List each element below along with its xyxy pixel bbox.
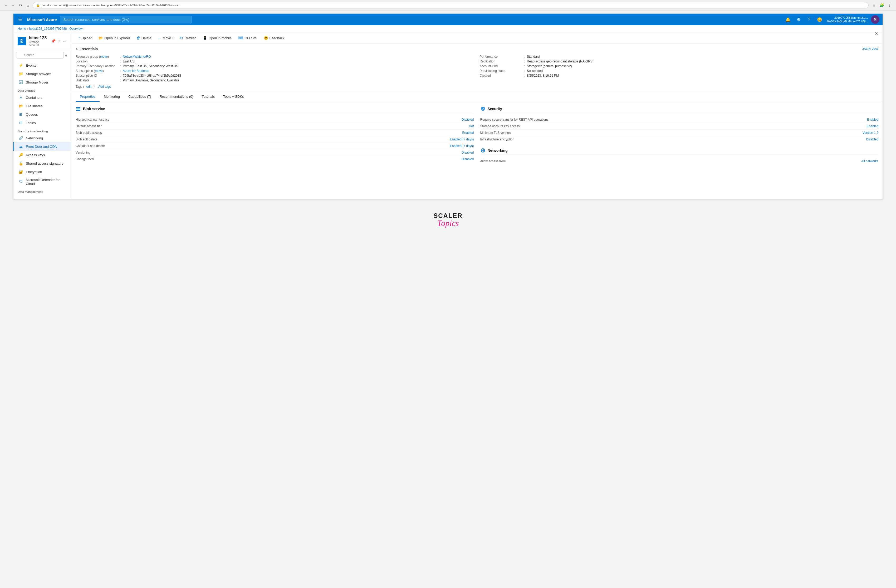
sidebar-search-wrap: 🔍 — [17, 52, 64, 58]
allow-access-key: Allow access from — [480, 159, 861, 163]
disk-label: Disk state — [76, 79, 118, 82]
essentials-row-rg: Resource group (move) : NetworkWatcherRG — [76, 54, 474, 59]
created-value: 8/25/2023, 8:16:51 PM — [527, 74, 559, 78]
sidebar-item-label-events: Events — [26, 64, 37, 67]
user-avatar[interactable]: M — [871, 15, 879, 24]
upload-button[interactable]: ↑ Upload — [76, 35, 95, 41]
open-explorer-label: Open in Explorer — [104, 36, 130, 40]
sidebar-item-shared-access-signature[interactable]: 🔒 Shared access signature — [14, 159, 71, 168]
azure-portal: ☰ Microsoft Azure 🔔 ⚙ ? 😊 2019071053@mmm… — [13, 14, 883, 199]
ps-location-label: Primary/Secondary Location — [76, 64, 118, 68]
essentials-section: ∧ Essentials JSON View Resource group (m… — [72, 44, 882, 92]
close-panel-button[interactable]: ✕ — [872, 32, 881, 37]
back-button[interactable]: ← — [3, 3, 8, 8]
settings-button[interactable]: ⚙ — [794, 15, 803, 24]
sidebar-item-networking[interactable]: 🔗 Networking — [14, 134, 71, 142]
notifications-button[interactable]: 🔔 — [784, 15, 792, 24]
refresh-button[interactable]: ↻ Refresh — [177, 35, 199, 41]
favorite-button[interactable]: ☆ — [57, 38, 62, 44]
tables-icon: ⊡ — [18, 120, 23, 125]
resource-title-area: beast123 Storage account — [29, 35, 48, 47]
access-keys-icon: 🔑 — [18, 152, 23, 157]
breadcrumb-resource[interactable]: beast123_1692974797486 | Overview — [29, 27, 83, 30]
open-mobile-button[interactable]: 📱 Open in mobile — [200, 35, 234, 41]
sidebar-item-encryption[interactable]: 🔐 Encryption — [14, 168, 71, 176]
json-view-button[interactable]: JSON View — [862, 47, 878, 51]
help-button[interactable]: ? — [805, 15, 813, 24]
delete-button[interactable]: 🗑 Delete — [134, 35, 154, 41]
sidebar-item-front-door-cdn[interactable]: ☁ Front Door and CDN — [14, 142, 71, 151]
move-button[interactable]: → Move ▾ — [155, 35, 176, 41]
tags-edit-link[interactable]: edit — [87, 85, 91, 88]
cli-ps-button[interactable]: ⌨ CLI / PS — [235, 35, 260, 41]
extensions-button[interactable]: 🧩 — [879, 2, 885, 8]
sub-move-link[interactable]: move — [95, 69, 102, 73]
sub-value[interactable]: Azure for Students — [123, 69, 149, 73]
sidebar-item-label-networking: Networking — [26, 136, 43, 140]
sidebar-item-queues[interactable]: ⊞ Queues — [14, 110, 71, 119]
more-button[interactable]: ⋮ — [887, 2, 893, 8]
rg-value[interactable]: NetworkWatcherRG — [123, 55, 151, 58]
open-explorer-button[interactable]: 📂 Open in Explorer — [96, 35, 133, 41]
sidebar-item-tables[interactable]: ⊡ Tables — [14, 119, 71, 127]
tab-properties[interactable]: Properties — [76, 92, 100, 102]
sidebar-item-defender[interactable]: 🛡 Microsoft Defender for Cloud — [14, 176, 71, 187]
defender-icon: 🛡 — [18, 180, 23, 184]
tab-tools-sdks[interactable]: Tools + SDKs — [219, 92, 248, 102]
breadcrumb-home[interactable]: Home — [18, 27, 26, 30]
tab-recommendations[interactable]: Recommendations (0) — [155, 92, 198, 102]
move-dropdown-arrow: ▾ — [172, 37, 174, 40]
sidebar-item-containers[interactable]: ≡ Containers — [14, 93, 71, 102]
upload-label: Upload — [81, 36, 92, 40]
more-options-button[interactable]: ··· — [63, 38, 67, 44]
sidebar-item-storage-browser[interactable]: 📁 Storage browser — [14, 70, 71, 78]
home-button[interactable]: ⌂ — [25, 3, 30, 8]
essentials-collapse-button[interactable]: ∧ — [76, 47, 78, 51]
blob-service-section: Blob service Hierarchical namespace Disa… — [76, 106, 474, 165]
sidebar-item-access-keys[interactable]: 🔑 Access keys — [14, 151, 71, 159]
mobile-icon: 📱 — [203, 36, 207, 40]
tab-capabilities[interactable]: Capabilities (7) — [124, 92, 155, 102]
sidebar-search-container: 🔍 « — [14, 49, 71, 61]
blob-soft-value: Enabled (7 days) — [450, 137, 474, 141]
refresh-button[interactable]: ↻ — [18, 3, 23, 8]
sidebar-collapse-button[interactable]: « — [64, 52, 68, 58]
pin-button[interactable]: 📌 — [50, 38, 56, 44]
tab-tutorials[interactable]: Tutorials — [198, 92, 219, 102]
essentials-row-created: Created : 8/25/2023, 8:16:51 PM — [480, 73, 879, 78]
sidebar-item-events[interactable]: ⚡ Events — [14, 61, 71, 70]
tls-key: Minimum TLS version — [480, 131, 862, 135]
essentials-row-account-kind: Account kind : StorageV2 (general purpos… — [480, 64, 879, 69]
security-header: Security — [480, 106, 879, 113]
user-info: 2019071053@mmmut.a... MADAN MOHAN MALAVI… — [827, 16, 868, 23]
delete-icon: 🗑 — [136, 36, 140, 40]
rg-move-link[interactable]: move — [100, 55, 108, 58]
feedback-button[interactable]: 😊 — [815, 15, 824, 24]
essentials-row-prov-state: Provisioning state : Succeeded — [480, 69, 879, 73]
essentials-row-replication: Replication : Read-access geo-redundant … — [480, 59, 879, 64]
prop-row-versioning: Versioning Disabled — [76, 149, 474, 156]
disk-value: Primary: Available, Secondary: Available — [123, 79, 179, 82]
sidebar-item-file-shares[interactable]: 📂 File shares — [14, 102, 71, 110]
container-soft-value: Enabled (7 days) — [450, 144, 474, 148]
versioning-key: Versioning — [76, 151, 462, 154]
tab-monitoring[interactable]: Monitoring — [100, 92, 124, 102]
tags-add-link[interactable]: : Add tags — [97, 85, 111, 88]
sidebar-item-storage-mover[interactable]: 🔄 Storage Mover — [14, 78, 71, 87]
sidebar-search-input[interactable] — [17, 52, 64, 58]
prop-row-tls: Minimum TLS version Version 1.2 — [480, 129, 879, 136]
hamburger-menu[interactable]: ☰ — [17, 15, 24, 23]
sub-id-label: Subscription ID — [76, 74, 118, 78]
blob-public-value: Enabled — [462, 131, 474, 135]
infra-enc-value: Disabled — [866, 137, 878, 141]
forward-button[interactable]: → — [11, 3, 16, 8]
sidebar-item-label-defender: Microsoft Defender for Cloud — [26, 178, 67, 186]
resource-header-icons: 📌 ☆ ··· — [50, 38, 67, 44]
global-search-input[interactable] — [60, 16, 192, 23]
security-title: Security — [488, 107, 502, 111]
security-section: Security Require secure transfer for RES… — [480, 106, 879, 143]
bookmark-button[interactable]: ☆ — [871, 2, 877, 8]
open-mobile-label: Open in mobile — [209, 36, 232, 40]
url-bar[interactable]: 🔒 portal.azure.com/#@mmmut.ac.in/resourc… — [33, 2, 869, 8]
feedback-toolbar-button[interactable]: 😊 Feedback — [261, 35, 287, 41]
